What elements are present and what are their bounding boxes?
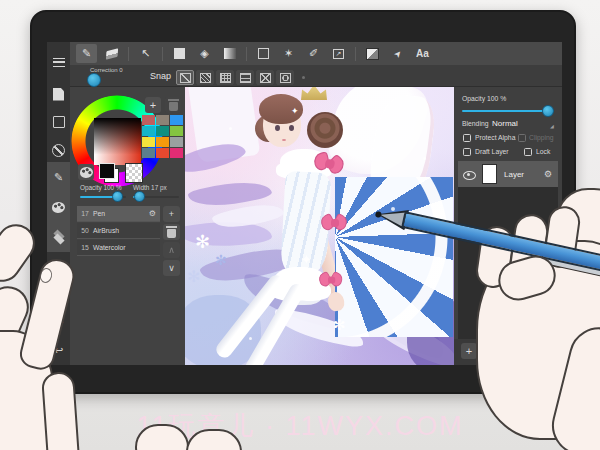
snap-radial-button[interactable] — [276, 70, 294, 85]
bucket-tool-button[interactable]: ◈ — [194, 44, 215, 63]
draft-layer-label: Draft Layer — [475, 148, 509, 155]
gradient-icon — [224, 48, 236, 59]
palette-swatch[interactable] — [142, 126, 155, 136]
add-color-button[interactable]: + — [145, 97, 161, 113]
palette-swatch[interactable] — [142, 115, 155, 125]
palette-swatch[interactable] — [156, 137, 169, 147]
palette-swatch[interactable] — [142, 137, 155, 147]
layer-opacity-knob[interactable] — [542, 105, 554, 117]
brush-width-track-rest[interactable] — [139, 196, 179, 198]
brush-row-airbrush[interactable]: 50 AirBrush — [77, 223, 160, 239]
palette-swatch[interactable] — [170, 137, 183, 147]
sidebar-item-file[interactable] — [47, 80, 70, 108]
artwork-eye — [289, 125, 294, 131]
magic-wand-tool-button[interactable]: ✶ — [278, 44, 299, 63]
stylus-tip — [375, 211, 382, 218]
color-palette-grid — [142, 115, 185, 158]
palette-swatch[interactable] — [170, 148, 183, 158]
delete-color-button[interactable] — [165, 97, 181, 113]
brush-down-button[interactable]: ∨ — [163, 260, 180, 276]
brush-width-knob[interactable] — [134, 191, 145, 202]
export-icon: ↗ — [333, 49, 344, 59]
blending-select[interactable]: Normal — [492, 119, 518, 128]
fill-rect-tool-button[interactable] — [169, 44, 190, 63]
brush-name: Pen — [93, 210, 105, 217]
palette-swatch[interactable] — [142, 148, 155, 158]
move-tool-button[interactable]: ↖ — [135, 44, 156, 63]
transparent-color-swatch[interactable] — [125, 163, 143, 183]
artwork-hair-bun-right — [307, 112, 343, 148]
protect-alpha-checkbox[interactable] — [463, 134, 471, 142]
toolbar-divider — [246, 47, 247, 61]
draft-layer-checkbox[interactable] — [463, 148, 471, 156]
saturation-value-square[interactable] — [94, 118, 141, 165]
artwork-sparkle — [249, 337, 252, 340]
palette-mode-button[interactable] — [78, 164, 94, 180]
snap-vanishing-button[interactable] — [256, 70, 274, 85]
sidebar-item-select[interactable] — [47, 108, 70, 136]
artwork-flower: ✻ — [187, 269, 200, 285]
sidebar-item-layers[interactable] — [47, 222, 70, 252]
palette-swatch[interactable] — [156, 115, 169, 125]
brush-opacity-knob[interactable] — [112, 191, 123, 202]
brush-icon: ✎ — [54, 171, 63, 184]
gear-icon[interactable]: ⚙ — [149, 209, 156, 218]
palette-swatch[interactable] — [156, 148, 169, 158]
gear-icon[interactable]: ⚙ — [544, 169, 552, 179]
eraser-tool-button[interactable] — [101, 44, 122, 63]
snap-horizontal-button[interactable] — [236, 70, 254, 85]
correction-slider-knob[interactable] — [87, 73, 101, 87]
cursor-tool-button[interactable]: ➤ — [387, 44, 408, 63]
artwork-flower: ✻ — [195, 233, 210, 251]
layer-opacity-track[interactable] — [462, 110, 554, 112]
snap-off-button[interactable] — [176, 70, 194, 85]
divide-canvas-tool-button[interactable] — [362, 44, 383, 63]
sidebar-item-brush[interactable]: ✎ — [47, 162, 70, 192]
brush-row-pen[interactable]: 17 Pen ⚙ — [77, 206, 160, 222]
dropdown-caret-icon[interactable]: ◢ — [550, 124, 554, 129]
layer-row[interactable]: Layer ⚙ — [458, 161, 558, 187]
foreground-color — [99, 163, 115, 179]
brush-up-button[interactable]: ∧ — [163, 242, 180, 258]
protect-alpha-label: Protect Alpha — [475, 134, 515, 141]
snap-parallel-button[interactable] — [196, 70, 214, 85]
select-rect-icon — [53, 116, 65, 128]
plus-icon: + — [150, 99, 156, 111]
delete-brush-button[interactable] — [163, 224, 180, 240]
text-tool-button[interactable]: Aa — [412, 44, 433, 63]
lock-checkbox[interactable] — [524, 148, 532, 156]
artwork-sparkle — [423, 157, 426, 160]
toolbar-divider — [162, 47, 163, 61]
gradient-tool-button[interactable] — [219, 44, 240, 63]
select-pen-tool-button[interactable]: ✐ — [303, 44, 324, 63]
marquee-tool-button[interactable] — [253, 44, 274, 63]
snap-off-icon — [180, 73, 191, 83]
palette-icon — [52, 202, 65, 213]
export-tool-button[interactable]: ↗ — [328, 44, 349, 63]
fill-rect-icon — [174, 48, 185, 59]
left-thumb — [41, 371, 80, 450]
add-brush-button[interactable]: + — [163, 206, 180, 222]
clipping-checkbox[interactable] — [518, 134, 526, 142]
palette-swatch[interactable] — [156, 126, 169, 136]
marquee-icon — [258, 48, 269, 59]
snap-grid-button[interactable] — [216, 70, 234, 85]
deselect-icon — [52, 144, 65, 157]
pen-tool-button[interactable]: ✎ — [76, 44, 97, 63]
trash-icon — [169, 99, 178, 111]
foreground-color-swatch[interactable] — [99, 163, 120, 184]
add-layer-button[interactable]: + — [461, 343, 477, 359]
magic-wand-icon: ✶ — [284, 47, 293, 60]
clipping-label: Clipping — [529, 134, 554, 141]
artwork-flower: ✻ — [215, 253, 227, 267]
menu-button[interactable] — [47, 48, 70, 76]
palette-swatch[interactable] — [170, 115, 183, 125]
brush-row-watercolor[interactable]: 15 Watercolor — [77, 240, 160, 256]
sidebar-item-deselect[interactable] — [47, 136, 70, 164]
sidebar-item-color[interactable] — [47, 192, 70, 222]
eye-icon[interactable] — [463, 168, 476, 180]
layers-icon — [52, 231, 65, 244]
brush-size: 50 — [77, 227, 93, 234]
select-pen-icon: ✐ — [309, 47, 318, 60]
palette-swatch[interactable] — [170, 126, 183, 136]
